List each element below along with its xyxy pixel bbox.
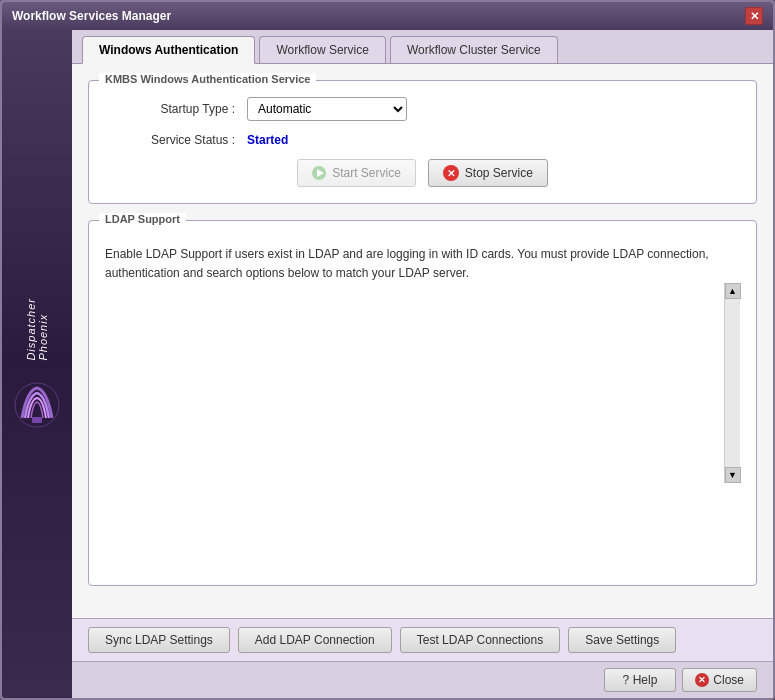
tab-workflow-cluster-service[interactable]: Workflow Cluster Service	[390, 36, 558, 63]
save-settings-button[interactable]: Save Settings	[568, 627, 676, 653]
ldap-group-box: LDAP Support Enable LDAP Support if user…	[88, 220, 757, 586]
startup-type-row: Startup Type : Automatic Manual Disabled	[105, 97, 740, 121]
startup-type-select[interactable]: Automatic Manual Disabled	[247, 97, 407, 121]
ldap-content-area: ▲ ▼	[105, 283, 740, 483]
content-area: Windows Authentication Workflow Service …	[72, 30, 773, 698]
window-title: Workflow Services Manager	[12, 9, 171, 23]
footer-buttons: Sync LDAP Settings Add LDAP Connection T…	[72, 618, 773, 661]
dispatcher-logo	[12, 380, 62, 430]
add-ldap-connection-button[interactable]: Add LDAP Connection	[238, 627, 392, 653]
svg-rect-1	[32, 417, 42, 423]
scrollbar-down-button[interactable]: ▼	[725, 467, 741, 483]
sidebar: Dispatcher Phoenix	[2, 30, 72, 698]
window-close-button[interactable]: ✕	[745, 7, 763, 25]
tab-windows-authentication[interactable]: Windows Authentication	[82, 36, 255, 64]
service-status-row: Service Status : Started	[105, 133, 740, 147]
help-icon: ?	[623, 673, 630, 687]
tabs-container: Windows Authentication Workflow Service …	[72, 30, 773, 64]
service-status-label: Service Status :	[105, 133, 235, 147]
scrollbar-track: ▲ ▼	[724, 283, 740, 483]
tab-workflow-service[interactable]: Workflow Service	[259, 36, 385, 63]
sync-ldap-settings-button[interactable]: Sync LDAP Settings	[88, 627, 230, 653]
start-service-label: Start Service	[332, 166, 401, 180]
help-button[interactable]: ? Help	[604, 668, 677, 692]
service-buttons-row: Start Service ✕ Stop Service	[105, 159, 740, 187]
play-icon	[312, 166, 326, 180]
service-status-value: Started	[247, 133, 288, 147]
sidebar-brand: Dispatcher Phoenix	[25, 298, 49, 361]
main-window: Workflow Services Manager ✕ Dispatcher P…	[0, 0, 775, 700]
title-bar: Workflow Services Manager ✕	[2, 2, 773, 30]
scrollbar-up-button[interactable]: ▲	[725, 283, 741, 299]
close-button[interactable]: ✕ Close	[682, 668, 757, 692]
stop-icon: ✕	[443, 165, 459, 181]
test-ldap-connections-button[interactable]: Test LDAP Connections	[400, 627, 561, 653]
start-service-button[interactable]: Start Service	[297, 159, 416, 187]
main-panel: KMBS Windows Authentication Service Star…	[72, 64, 773, 618]
help-close-bar: ? Help ✕ Close	[72, 661, 773, 698]
ldap-group-title: LDAP Support	[99, 213, 186, 225]
main-content: Dispatcher Phoenix	[2, 30, 773, 698]
startup-type-label: Startup Type :	[105, 102, 235, 116]
close-icon: ✕	[695, 673, 709, 687]
ldap-description: Enable LDAP Support if users exist in LD…	[105, 245, 740, 283]
kmbs-group-title: KMBS Windows Authentication Service	[99, 73, 316, 85]
kmbs-group-box: KMBS Windows Authentication Service Star…	[88, 80, 757, 204]
stop-service-button[interactable]: ✕ Stop Service	[428, 159, 548, 187]
stop-service-label: Stop Service	[465, 166, 533, 180]
